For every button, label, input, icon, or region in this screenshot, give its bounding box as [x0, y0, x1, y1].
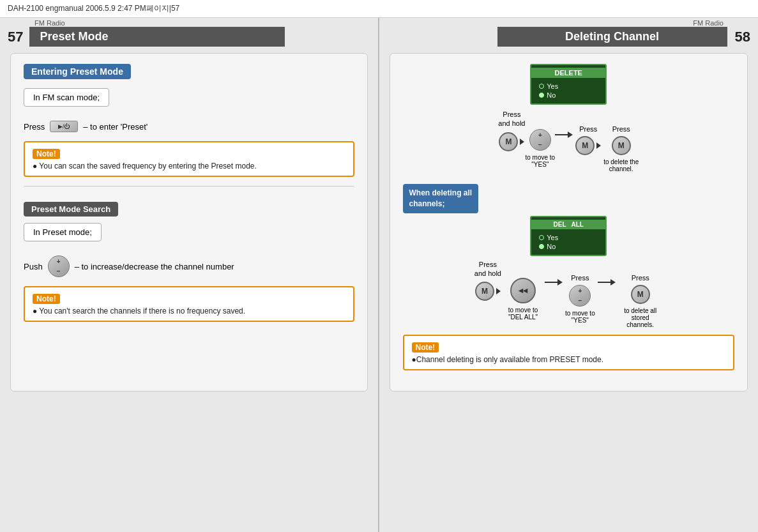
push-suffix: – to increase/decrease the channel numbe…	[75, 262, 234, 271]
conn-arrow-1	[568, 132, 573, 138]
note-box-2: Note! ● You can't search the channels if…	[24, 286, 354, 322]
press-label-2: Press	[579, 125, 597, 133]
skip-btn[interactable]: ◀◀	[510, 278, 536, 303]
bot-press-2: Press	[571, 274, 589, 282]
bot-conn-line-1	[545, 282, 557, 283]
right-header: FM Radio Deleting Channel 58	[379, 18, 759, 47]
left-content: Entering Preset Mode In FM scan mode; Pr…	[10, 53, 368, 391]
delete-yes-option: Yes	[531, 82, 605, 91]
delall-radio-no	[539, 244, 544, 249]
arrow-right-1	[520, 139, 524, 145]
del-label: DEL	[554, 221, 566, 228]
radio-no-icon	[539, 93, 544, 98]
top-bar: DAH-2100 engmanual 2006.5.9 2:47 PM페이지|5…	[0, 0, 758, 18]
search-heading: Preset Mode Search	[24, 202, 118, 217]
delete-no-label: No	[547, 91, 556, 99]
bot-m-btn-final[interactable]: M	[631, 285, 650, 304]
press-col-2: Press M	[575, 125, 601, 155]
bot-press-hold-col: Pressand hold M	[474, 260, 501, 301]
bot-m-col-final: Press M to delete allstored channels.	[618, 274, 663, 328]
delall-title: DEL ALL	[531, 220, 605, 229]
arrow-right-2	[596, 142, 601, 149]
bot-connector-1	[545, 260, 563, 285]
m-button-1[interactable]: M	[499, 132, 518, 151]
m-button-3[interactable]: M	[612, 136, 631, 155]
entering-heading: Entering Preset Mode	[24, 64, 131, 79]
to-move-yes-label: to move to"YES"	[525, 154, 555, 168]
bot-nav-btn-2[interactable]: +−	[569, 285, 591, 307]
top-diagram: Pressand hold M +− to move to"YES"	[403, 110, 735, 172]
bot-nav-col-1: ◀◀ to move to "DEL ALL"	[504, 278, 542, 321]
when-deleting-heading: When deleting allchannels;	[403, 184, 479, 213]
delete-all-label: to delete allstored channels.	[618, 307, 663, 328]
left-page-title-row: 57 Preset Mode	[8, 27, 370, 47]
left-section-title-bar: Preset Mode	[29, 27, 285, 47]
divider	[24, 186, 354, 186]
nav-btn-col-1: +− to move to"YES"	[525, 129, 555, 168]
push-label: Push	[24, 262, 43, 271]
press-label-3: Press	[612, 125, 630, 133]
move-delall-label: to move to "DEL ALL"	[504, 307, 542, 321]
left-fm-radio-label: FM Radio	[34, 19, 370, 27]
delete-no-option: No	[531, 91, 605, 100]
delall-no-option: No	[531, 242, 605, 251]
bot-press-3: Press	[632, 274, 649, 282]
move-yes-2-label: to move to"YES"	[565, 310, 595, 324]
m-button-2[interactable]: M	[575, 136, 595, 155]
right-page-title-row: Deleting Channel 58	[497, 27, 750, 47]
bot-arrow-1	[496, 288, 501, 294]
preset-mode-box: In Preset mode;	[24, 223, 102, 241]
left-header: FM Radio 57 Preset Mode	[0, 18, 378, 47]
bottom-diagram: Pressand hold M ◀◀ to move to "DEL ALL"	[403, 260, 735, 328]
press-label: Press	[24, 122, 45, 132]
bot-press-hold-label: Pressand hold	[474, 260, 501, 278]
note-text-1: ● You can scan the saved frequency by en…	[33, 162, 345, 171]
press-hold-col: Pressand hold M	[498, 110, 525, 151]
to-delete-label: to delete thechannel.	[603, 158, 639, 172]
left-panel: FM Radio 57 Preset Mode Entering Preset …	[0, 18, 379, 532]
delete-title: DELETE	[531, 68, 605, 78]
right-panel: FM Radio Deleting Channel 58 DELETE Yes …	[379, 18, 759, 532]
bot-conn-arrow-1	[557, 279, 563, 285]
note-label-2: Note!	[33, 294, 60, 304]
press-suffix: – to enter 'Preset'	[83, 122, 148, 132]
delall-no-label: No	[547, 243, 556, 250]
left-page-num: 57	[8, 29, 23, 45]
right-note-label: Note!	[412, 342, 439, 353]
press-hold-label: Pressand hold	[498, 110, 525, 128]
scan-mode-box: In FM scan mode;	[24, 88, 109, 107]
press-enter-row: Press ▶/⏻ – to enter 'Preset'	[24, 121, 354, 132]
right-section-title-bar: Deleting Channel	[497, 27, 727, 47]
radio-yes-icon	[539, 84, 544, 89]
note-label-1: Note!	[33, 149, 60, 159]
bot-connector-2	[598, 260, 616, 285]
press-col-3: Press M to delete thechannel.	[603, 125, 639, 172]
right-content: DELETE Yes No Pressand hold	[390, 53, 748, 391]
bot-m-btn-1[interactable]: M	[475, 282, 494, 301]
delete-yes-label: Yes	[547, 82, 558, 90]
nav-plus-minus-btn[interactable]: + −	[48, 255, 70, 277]
right-note-text: ●Channel deleting is only available from…	[412, 355, 726, 364]
connector-1	[555, 110, 573, 138]
delall-screen: DEL ALL Yes No	[530, 216, 607, 256]
note-text-2: ● You can't search the channels if there…	[33, 307, 345, 315]
delall-yes-label: Yes	[547, 234, 558, 241]
nav-btn-1[interactable]: +−	[529, 129, 551, 151]
bot-conn-arrow-2	[610, 279, 616, 285]
main-content: FM Radio 57 Preset Mode Entering Preset …	[0, 18, 758, 532]
conn-line-1	[555, 134, 568, 135]
bot-conn-line-2	[598, 282, 610, 283]
play-button-icon[interactable]: ▶/⏻	[50, 121, 78, 132]
bot-nav-col-2: Press +− to move to"YES"	[565, 274, 595, 324]
right-page-num: 58	[735, 29, 750, 45]
right-fm-radio-label: FM Radio	[693, 19, 724, 27]
push-row: Push + − – to increase/decrease the chan…	[24, 255, 354, 277]
delall-radio-yes	[539, 235, 544, 240]
delall-yes-option: Yes	[531, 233, 605, 242]
delete-screen: DELETE Yes No	[530, 64, 607, 105]
right-note-box: Note! ●Channel deleting is only availabl…	[403, 335, 735, 370]
all-label: ALL	[572, 221, 584, 228]
note-box-1: Note! ● You can scan the saved frequency…	[24, 141, 354, 177]
topbar-text: DAH-2100 engmanual 2006.5.9 2:47 PM페이지|5…	[8, 3, 179, 14]
